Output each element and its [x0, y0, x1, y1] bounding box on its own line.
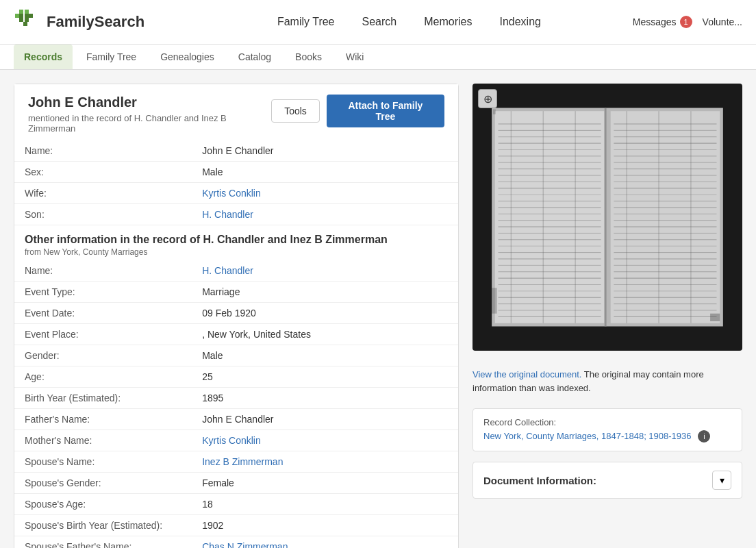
- field-value-link[interactable]: Chas N Zimmerman: [202, 541, 288, 548]
- svg-rect-2: [15, 14, 19, 18]
- main-content: John E Chandler mentioned in the record …: [0, 70, 756, 548]
- subnav-records[interactable]: Records: [14, 45, 73, 69]
- field-value: Female: [192, 473, 458, 494]
- table-row: Event Type:Marriage: [14, 282, 458, 303]
- field-label: Spouse's Name:: [14, 451, 192, 473]
- table-row: Sex:Male: [14, 162, 458, 183]
- svg-rect-7: [29, 14, 33, 18]
- field-value: 1895: [192, 388, 458, 409]
- zoom-button[interactable]: ⊕: [478, 89, 497, 108]
- nav-family-tree[interactable]: Family Tree: [277, 10, 335, 34]
- record-collection-box: Record Collection: New York, County Marr…: [473, 408, 742, 451]
- field-label: Birth Year (Estimated):: [14, 388, 192, 409]
- field-value: Chas N Zimmerman: [192, 536, 458, 549]
- svg-rect-11: [495, 111, 604, 323]
- table-row: Father's Name:John E Chandler: [14, 409, 458, 430]
- other-section-title: Other information in the record of H. Ch…: [25, 234, 448, 246]
- table-row: Spouse's Name:Inez B Zimmerman: [14, 451, 458, 473]
- logo[interactable]: FamilySearch: [14, 8, 144, 36]
- field-value: Male: [192, 162, 458, 183]
- field-value: Marriage: [192, 282, 458, 303]
- field-value: Inez B Zimmerman: [192, 451, 458, 473]
- field-value: Male: [192, 345, 458, 366]
- record-subtitle: mentioned in the record of H. Chandler a…: [28, 113, 271, 134]
- main-navigation: Family Tree Search Memories Indexing: [186, 10, 633, 34]
- info-icon[interactable]: i: [698, 430, 710, 443]
- svg-rect-4: [25, 14, 29, 18]
- field-label: Gender:: [14, 345, 192, 366]
- other-info-table: Name:H. ChandlerEvent Type:MarriageEvent…: [14, 260, 458, 548]
- document-image: [473, 84, 742, 351]
- nav-search[interactable]: Search: [362, 10, 397, 34]
- attach-to-family-tree-button[interactable]: Attach to Family Tree: [327, 95, 444, 127]
- logo-search: Search: [94, 13, 144, 30]
- subnav-catalog[interactable]: Catalog: [228, 45, 281, 69]
- field-value-link[interactable]: H. Chandler: [202, 209, 253, 220]
- svg-rect-5: [19, 18, 23, 22]
- svg-rect-1: [25, 10, 29, 14]
- field-value-link[interactable]: Inez B Zimmerman: [202, 456, 283, 467]
- svg-rect-3: [19, 14, 23, 18]
- document-caption: View the original document. The original…: [473, 361, 742, 398]
- field-value: John E Chandler: [192, 140, 458, 162]
- person-name: John E Chandler: [28, 95, 271, 110]
- subnav-family-tree[interactable]: Family Tree: [76, 45, 147, 69]
- table-row: Event Place:, New York, United States: [14, 324, 458, 345]
- field-label: Spouse's Age:: [14, 494, 192, 515]
- svg-rect-12: [611, 111, 720, 323]
- field-value: 18: [192, 494, 458, 515]
- field-label: Spouse's Birth Year (Estimated):: [14, 515, 192, 536]
- field-value: 09 Feb 1920: [192, 303, 458, 324]
- logo-family: Family: [47, 13, 94, 30]
- document-info-label: Document Information:: [483, 475, 596, 486]
- svg-rect-8: [23, 22, 27, 26]
- field-value: H. Chandler: [192, 260, 458, 282]
- other-section-source: from New York, County Marriages: [25, 247, 448, 257]
- svg-rect-6: [25, 18, 29, 22]
- field-label: Son:: [14, 204, 192, 225]
- subnav-wiki[interactable]: Wiki: [336, 45, 374, 69]
- field-label: Spouse's Father's Name:: [14, 536, 192, 549]
- top-right-actions: Messages 1 Volunte...: [633, 16, 742, 28]
- field-value: 25: [192, 366, 458, 388]
- table-row: Name:John E Chandler: [14, 140, 458, 162]
- field-label: Age:: [14, 366, 192, 388]
- subnav-books[interactable]: Books: [285, 45, 332, 69]
- messages-button[interactable]: Messages 1: [633, 16, 692, 28]
- primary-info-table: Name:John E ChandlerSex:MaleWife:Kyrtis …: [14, 140, 458, 225]
- table-row: Event Date:09 Feb 1920: [14, 303, 458, 324]
- field-value-link[interactable]: Kyrtis Conklin: [202, 188, 261, 199]
- field-label: Event Place:: [14, 324, 192, 345]
- volunteer-label: Volunte...: [703, 16, 742, 27]
- field-value-link[interactable]: Kyrtis Conklin: [202, 435, 261, 446]
- svg-rect-84: [492, 288, 497, 314]
- view-original-link[interactable]: View the original document.: [473, 369, 581, 379]
- table-row: Wife:Kyrtis Conklin: [14, 183, 458, 204]
- nav-indexing[interactable]: Indexing: [499, 10, 541, 34]
- subnav-genealogies[interactable]: Genealogies: [150, 45, 225, 69]
- document-info-header: Document Information: ▾: [473, 462, 742, 498]
- svg-rect-83: [710, 314, 720, 321]
- record-title: John E Chandler mentioned in the record …: [28, 95, 271, 134]
- table-row: Mother's Name:Kyrtis Conklin: [14, 430, 458, 451]
- field-label: Event Date:: [14, 303, 192, 324]
- table-row: Spouse's Age:18: [14, 494, 458, 515]
- field-label: Mother's Name:: [14, 430, 192, 451]
- field-value: Kyrtis Conklin: [192, 430, 458, 451]
- field-value: , New York, United States: [192, 324, 458, 345]
- table-row: Son:H. Chandler: [14, 204, 458, 225]
- tools-button[interactable]: Tools: [271, 99, 320, 123]
- header-buttons: Tools Attach to Family Tree: [271, 95, 444, 127]
- nav-memories[interactable]: Memories: [424, 10, 472, 34]
- record-collection-link[interactable]: New York, County Marriages, 1847-1848; 1…: [483, 431, 692, 441]
- image-viewer: ⊕: [473, 84, 742, 351]
- field-value: 1902: [192, 515, 458, 536]
- table-row: Age:25: [14, 366, 458, 388]
- field-label: Father's Name:: [14, 409, 192, 430]
- table-row: Spouse's Gender:Female: [14, 473, 458, 494]
- field-label: Name:: [14, 260, 192, 282]
- other-section-header: Other information in the record of H. Ch…: [14, 225, 458, 260]
- document-info-toggle[interactable]: ▾: [712, 471, 731, 490]
- field-value: John E Chandler: [192, 409, 458, 430]
- field-value-link[interactable]: H. Chandler: [202, 265, 253, 276]
